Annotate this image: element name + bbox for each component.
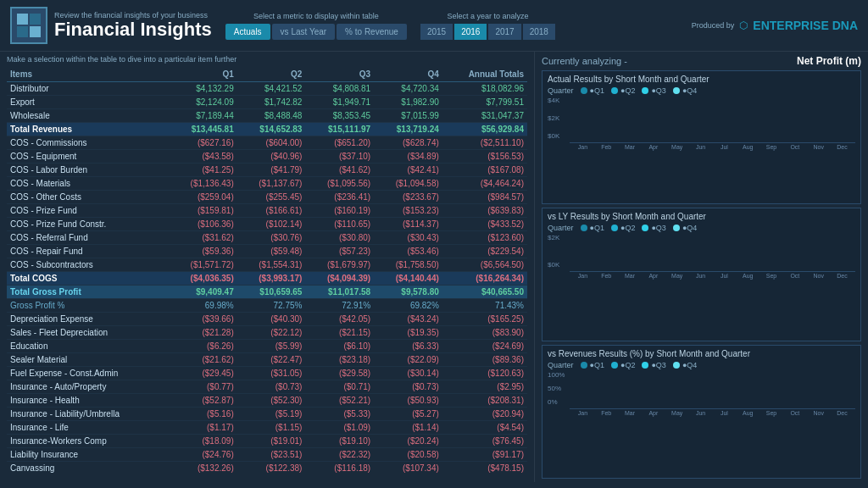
table-row[interactable]: Sales - Fleet Depreciation($21.28)($22.1… [7,326,527,340]
logo-area: Review the financial insights of your bu… [10,7,212,44]
table-cell: ($20.24) [374,435,442,448]
col-q2: Q2 [237,67,306,82]
y-label-4k: $4K [548,97,566,104]
x-label: Nov [807,273,830,279]
y-label-0pct: 0% [548,398,566,406]
legend-vsly-q2-label: ●Q2 [620,224,635,232]
table-cell: ($20.58) [374,448,442,462]
table-cell: ($627.16) [169,136,237,150]
table-row[interactable]: Distributor$4,132.29$4,421.52$4,808.81$4… [7,82,527,96]
table-cell: COS - Equipment [7,150,169,164]
year-2018-button[interactable]: 2018 [523,24,555,40]
table-cell: Insurance - Health [7,394,169,408]
table-cell: ($18.09) [169,435,237,448]
table-row[interactable]: Education($6.26)($5.99)($6.10)($6.33)($2… [7,340,527,353]
table-cell: ($34.89) [374,150,442,164]
table-cell: ($22.32) [305,448,374,462]
header-title-area: Review the financial insights of your bu… [54,11,212,40]
table-container[interactable]: Items Q1 Q2 Q3 Q4 Annual Totals Distribu… [7,67,527,474]
year-label: Select a year to analyze [447,12,528,20]
table-cell: ($19.35) [374,326,442,340]
table-cell: ($19.10) [305,435,374,448]
legend-vsly-q3-label: ●Q3 [651,224,665,232]
x-label: Dec [831,144,854,150]
table-row[interactable]: COS - Commissions($627.16)($604.00)($651… [7,136,527,150]
table-row[interactable]: COS - Labor Burden($41.25)($41.79)($41.6… [7,164,527,177]
y-label-100pct: 100% [548,371,566,379]
y-label-vsly-2k: $2K [548,234,566,241]
table-row[interactable]: Total Revenues$13,445.81$14,652.83$15,11… [7,123,527,136]
chart-actual-legend: Quarter ●Q1 ●Q2 ●Q3 ●Q4 [548,86,855,95]
table-row[interactable]: COS - Materials($1,136.43)($1,137.67)($1… [7,177,527,191]
table-row[interactable]: Export$2,124.09$1,742.82$1,949.71$1,982.… [7,96,527,109]
legend-vsly-q1-label: ●Q1 [590,224,604,232]
table-row[interactable]: Fuel Expense - Const.Admin($29.45)($31.0… [7,367,527,380]
table-cell: ($83.90) [442,326,527,340]
legend-q1: ●Q1 [581,86,604,95]
table-cell: ($107.34) [374,462,442,474]
table-cell: ($6.26) [169,340,237,353]
table-row[interactable]: Insurance-Workers Comp($18.09)($19.01)($… [7,435,527,448]
table-cell: ($478.15) [442,462,527,474]
table-row[interactable]: Total COGS($4,036.35)($3,993.17)($4,094.… [7,272,527,286]
table-row[interactable]: Liability Insurance($24.76)($23.51)($22.… [7,448,527,462]
table-row[interactable]: COS - Prize Fund Constr.($106.36)($102.1… [7,218,527,231]
table-cell: ($53.46) [374,245,442,258]
table-cell: ($1,137.67) [237,177,306,191]
table-cell: ($233.67) [374,191,442,204]
table-cell: ($91.17) [442,448,527,462]
net-profit-label: Net Profit (m) [797,55,861,67]
year-2017-button[interactable]: 2017 [488,24,520,40]
table-row[interactable]: COS - Prize Fund($159.81)($166.61)($160.… [7,204,527,218]
table-cell: 69.98% [169,299,237,313]
table-cell: ($43.24) [374,313,442,326]
metric-label: Select a metric to display within table [253,12,379,20]
table-cell: Insurance-Workers Comp [7,435,169,448]
table-row[interactable]: Total Gross Profit$9,409.47$10,659.65$11… [7,286,527,299]
table-cell: ($156.53) [442,150,527,164]
table-cell: $1,949.71 [305,96,374,109]
table-row[interactable]: Gross Profit %69.98%72.75%72.91%69.82%71… [7,299,527,313]
table-row[interactable]: Insurance - Health($52.87)($52.30)($52.2… [7,394,527,408]
table-row[interactable]: COS - Equipment($43.58)($40.96)($37.10)(… [7,150,527,164]
table-row[interactable]: COS - Other Costs($259.04)($255.45)($236… [7,191,527,204]
table-cell: $4,720.34 [374,82,442,96]
metric-lastyr-button[interactable]: vs Last Year [272,24,335,40]
table-cell: Education [7,340,169,353]
x-label: Sep [760,410,783,416]
table-cell: ($4.54) [442,421,527,435]
table-cell: ($102.14) [237,218,306,231]
table-row[interactable]: Sealer Material($21.62)($22.47)($23.18)(… [7,353,527,367]
x-axis-vsly: JanFebMarAprMayJunJulAugSepOctNovDec [570,273,855,279]
table-row[interactable]: Wholesale$7,189.44$8,488.48$8,353.45$7,0… [7,109,527,123]
table-cell: ($1,679.97) [305,258,374,272]
table-row[interactable]: Canvassing($132.26)($122.38)($116.18)($1… [7,462,527,474]
table-cell: ($160.19) [305,204,374,218]
table-cell: ($4,140.44) [374,272,442,286]
table-row[interactable]: Insurance - Auto/Property($0.77)($0.73)(… [7,380,527,394]
table-cell: $11,017.58 [305,286,374,299]
table-cell: $13,719.24 [374,123,442,136]
table-cell: Liability Insurance [7,448,169,462]
table-cell: ($20.94) [442,408,527,421]
table-row[interactable]: COS - Repair Fund($59.36)($59.48)($57.23… [7,245,527,258]
metric-revenue-button[interactable]: % to Revenue [337,24,407,40]
table-row[interactable]: COS - Subcontractors($1,571.72)($1,554.3… [7,258,527,272]
table-cell: ($4,464.24) [442,177,527,191]
table-row[interactable]: Insurance - Liability/Umbrella($5.16)($5… [7,408,527,421]
left-panel: Make a selection within the table to div… [0,52,534,482]
table-row[interactable]: Depreciation Expense($39.66)($40.30)($42… [7,313,527,326]
table-cell: ($22.12) [237,326,306,340]
table-row[interactable]: Insurance - Life($1.17)($1.15)($1.09)($1… [7,421,527,435]
table-row[interactable]: COS - Referral Fund($31.62)($30.76)($30.… [7,231,527,245]
year-2016-button[interactable]: 2016 [454,24,487,40]
table-cell: ($59.36) [169,245,237,258]
year-2015-button[interactable]: 2015 [420,24,453,40]
table-cell: ($30.14) [374,367,442,380]
metric-actuals-button[interactable]: Actuals [225,24,270,40]
table-cell: $1,742.82 [237,96,306,109]
x-label: Dec [831,410,854,416]
table-cell: COS - Labor Burden [7,164,169,177]
year-btn-group: 2015 2016 2017 2018 [420,24,555,40]
table-header-row: Items Q1 Q2 Q3 Q4 Annual Totals [7,67,527,82]
